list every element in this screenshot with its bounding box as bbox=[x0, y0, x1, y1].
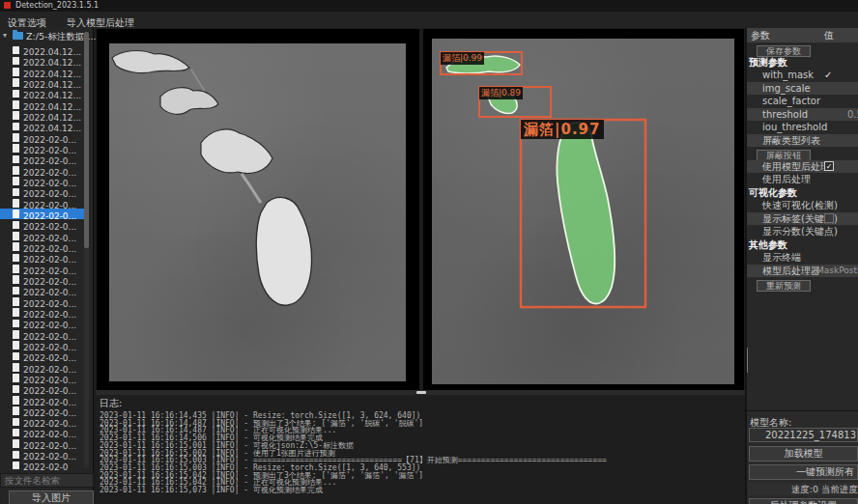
file-icon bbox=[13, 144, 19, 153]
tree-item[interactable]: 2022.04.12... bbox=[0, 99, 87, 110]
checkbox-checked[interactable]: ✓ bbox=[824, 161, 834, 171]
file-icon bbox=[13, 406, 19, 415]
tree-item[interactable]: 2022-02-0... bbox=[0, 198, 87, 209]
tree-scrollbar[interactable] bbox=[84, 32, 89, 468]
file-icon bbox=[13, 155, 19, 164]
tree-item[interactable]: 2022.04.12... bbox=[0, 44, 87, 55]
file-icon bbox=[13, 254, 19, 263]
tree-item-label: 2022-02-0 bbox=[23, 462, 69, 471]
param-row[interactable]: 显示终端 bbox=[747, 251, 858, 265]
file-icon bbox=[13, 111, 19, 120]
tree-item[interactable]: 2022-02-0... bbox=[0, 449, 87, 460]
tree-item[interactable]: 2022.04.12... bbox=[0, 77, 87, 88]
param-value: 0.5 bbox=[847, 108, 858, 122]
tree-item[interactable]: 2022-02-0... bbox=[0, 264, 87, 274]
param-row[interactable]: 显示标签(关键点) bbox=[747, 212, 858, 226]
tree-item[interactable]: 2022-02-0... bbox=[0, 427, 87, 437]
tree-item[interactable]: 2022-02-0... bbox=[0, 241, 87, 252]
predict-all-button[interactable]: 一键预测所有 bbox=[749, 464, 858, 480]
file-icon bbox=[13, 100, 19, 109]
tree-item[interactable]: 2022-02-0 bbox=[0, 460, 87, 470]
tree-item[interactable]: 2022-02-0... bbox=[0, 438, 87, 449]
param-row[interactable]: iou_threshold bbox=[747, 121, 858, 134]
tree-item[interactable]: 2022-02-0... bbox=[0, 186, 87, 197]
file-icon bbox=[13, 363, 19, 372]
tree-item[interactable]: 2022-02-0... bbox=[0, 395, 87, 406]
param-label: 使用模型后处理 bbox=[762, 161, 830, 172]
splitter-handle[interactable] bbox=[416, 391, 426, 394]
tree-item[interactable]: 2022-02-0... bbox=[0, 231, 87, 241]
tree-item[interactable]: 2022-02-0... bbox=[0, 350, 87, 361]
tree-item[interactable]: 2022-02-0... bbox=[0, 416, 87, 427]
tree-item[interactable]: 2022-02-0... bbox=[0, 274, 87, 285]
tree-item[interactable]: 2022.04.12... bbox=[0, 110, 87, 121]
file-icon bbox=[13, 297, 19, 306]
param-button[interactable]: 重新预测 bbox=[757, 280, 811, 292]
param-button-row: 重新预测 bbox=[747, 277, 858, 291]
tree-item[interactable]: 2022-02-0... bbox=[0, 406, 87, 416]
params-panel: 参数 值 保存参数预测参数with_mask✓img_scalescale_fa… bbox=[747, 28, 858, 504]
param-group-header: 可视化参数 bbox=[747, 186, 858, 200]
tree-item[interactable]: 2022-02-0... bbox=[0, 143, 87, 154]
param-group-header: 预测参数 bbox=[747, 56, 858, 70]
tree-item[interactable]: 2022-02-0... bbox=[0, 383, 87, 394]
file-icon bbox=[13, 439, 19, 448]
prediction-image-viewer[interactable]: 漏箔|0.99 漏箔|0.89 漏箔|0.97 bbox=[423, 29, 744, 390]
file-tree-panel: ▾ Z:/5-标注数据/... 2022.04.12...2022.04.12.… bbox=[0, 28, 94, 504]
tree-item[interactable]: 2022-02-0... bbox=[0, 296, 87, 307]
param-row[interactable]: 模型后处理器MaskPostPro bbox=[747, 265, 858, 278]
param-row[interactable]: 屏蔽类型列表 bbox=[747, 134, 858, 148]
app-logo-icon bbox=[4, 2, 11, 9]
tree-item[interactable]: 2022-02-0... bbox=[0, 165, 87, 176]
menu-bar: 设置选项 导入模型后处理 bbox=[0, 12, 858, 28]
postprocess-settings-button[interactable]: 后处理参数设置 bbox=[749, 498, 858, 504]
param-row[interactable]: scale_factor bbox=[747, 95, 858, 108]
tree-root[interactable]: ▾ Z:/5-标注数据/... bbox=[0, 30, 94, 42]
params-table-header: 参数 值 bbox=[747, 28, 858, 42]
tree-item[interactable]: 2022-02-0... bbox=[0, 329, 87, 340]
params-scrollbar-thumb[interactable] bbox=[747, 348, 748, 373]
tree-item[interactable]: 2022-02-0... bbox=[0, 252, 87, 263]
tree-item[interactable]: 2022-02-0... bbox=[0, 340, 87, 350]
file-icon bbox=[13, 275, 19, 284]
file-icon bbox=[13, 352, 19, 361]
tree-item[interactable]: 2022-02-0... bbox=[0, 154, 87, 164]
param-label: 显示分数(关键点) bbox=[762, 226, 838, 237]
filename-search-input[interactable]: 按文件名检索 bbox=[0, 473, 94, 488]
param-row[interactable]: 快速可视化(检测) bbox=[747, 199, 858, 212]
load-model-button[interactable]: 加载模型 bbox=[749, 446, 858, 462]
param-row[interactable]: 使用后处理 bbox=[747, 173, 858, 186]
chevron-down-icon[interactable]: ▾ bbox=[3, 31, 7, 40]
file-icon bbox=[13, 308, 19, 317]
tree-item[interactable]: 2022.04.12... bbox=[0, 67, 87, 77]
import-image-button[interactable]: 导入图片 bbox=[9, 490, 94, 504]
tree-item[interactable]: 2022.04.12... bbox=[0, 88, 87, 98]
file-icon bbox=[13, 221, 19, 230]
tree-item[interactable]: 2022-02-0... bbox=[0, 209, 87, 219]
tree-scrollbar-thumb[interactable] bbox=[84, 32, 89, 248]
app-window: Detection_2023.1.5.1 设置选项 导入模型后处理 ▾ Z:/5… bbox=[0, 0, 858, 504]
log-panel[interactable]: 日志: 2023-01-11 16:16:14,435 |INFO| - Res… bbox=[96, 395, 746, 504]
file-icon bbox=[13, 90, 19, 98]
tree-item[interactable]: 2022-02-0... bbox=[0, 219, 87, 230]
original-image-viewer[interactable] bbox=[97, 29, 419, 390]
param-row[interactable]: 显示分数(关键点) bbox=[747, 225, 858, 238]
tree-item[interactable]: 2022-02-0... bbox=[0, 132, 87, 143]
tree-item[interactable]: 2022-02-0... bbox=[0, 176, 87, 186]
param-group-header: 其他参数 bbox=[747, 238, 858, 252]
tree-item[interactable]: 2022-02-0... bbox=[0, 285, 87, 295]
tree-item[interactable]: 2022.04.12... bbox=[0, 55, 87, 66]
tree-item[interactable]: 2022-02-0... bbox=[0, 362, 87, 373]
tree-item[interactable]: 2022.04.12... bbox=[0, 121, 87, 131]
tree-item[interactable]: 2022-02-0... bbox=[0, 373, 87, 383]
param-row[interactable]: img_scale bbox=[747, 82, 858, 96]
model-name-field[interactable]: 20221225_174813 bbox=[749, 428, 858, 442]
tree-item[interactable]: 2022-02-0... bbox=[0, 307, 87, 318]
detection-label: 漏箔|0.99 bbox=[441, 52, 484, 65]
file-icon bbox=[13, 462, 19, 470]
tree-item[interactable]: 2022-02-0... bbox=[0, 318, 87, 328]
param-row[interactable]: with_mask✓ bbox=[747, 69, 858, 82]
checkbox-unchecked[interactable] bbox=[824, 213, 834, 223]
param-row[interactable]: 使用模型后处理✓ bbox=[747, 160, 858, 174]
param-row[interactable]: threshold0.5 bbox=[747, 108, 858, 122]
